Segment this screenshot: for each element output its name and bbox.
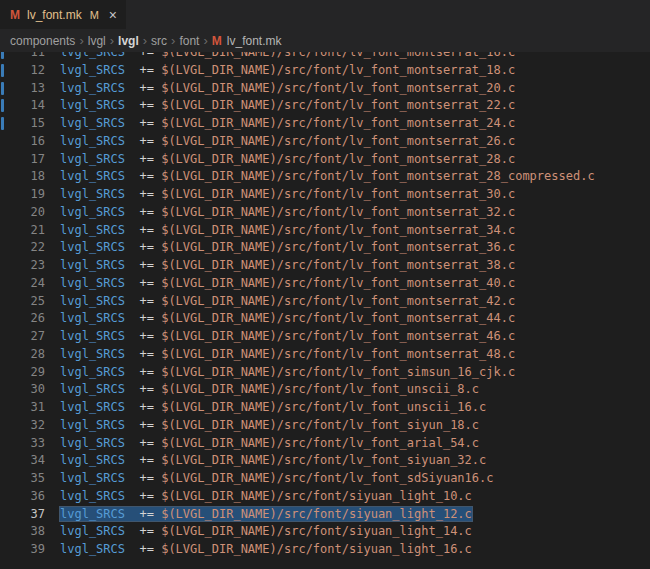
code-line-14[interactable]: 14lvgl_SRCS += $(LVGL_DIR_NAME)/src/font…: [0, 97, 650, 115]
line-number[interactable]: 32: [0, 417, 45, 435]
code-text: lvgl_SRCS += $(LVGL_DIR_NAME)/src/font/l…: [60, 186, 515, 204]
editor-tab-bar: M lv_font.mk M ×: [0, 0, 650, 29]
line-number[interactable]: 22: [0, 239, 45, 257]
tab-title: lv_font.mk: [27, 8, 82, 22]
line-number[interactable]: 19: [0, 186, 45, 204]
line-number[interactable]: 29: [0, 364, 45, 382]
line-number[interactable]: 30: [0, 381, 45, 399]
code-text: lvgl_SRCS += $(LVGL_DIR_NAME)/src/font/l…: [60, 133, 515, 151]
breadcrumb-item-lvgl-2[interactable]: lvgl: [118, 34, 139, 48]
line-number[interactable]: 11: [0, 52, 45, 62]
line-number[interactable]: 14: [0, 97, 45, 115]
code-line-30[interactable]: 30lvgl_SRCS += $(LVGL_DIR_NAME)/src/font…: [0, 381, 650, 399]
line-number[interactable]: 15: [0, 115, 45, 133]
line-number[interactable]: 33: [0, 435, 45, 453]
tab-lv-font-mk[interactable]: M lv_font.mk M ×: [0, 0, 126, 29]
gutter-modified-indicator: [1, 64, 4, 77]
editor[interactable]: 11lvgl_SRCS += $(LVGL_DIR_NAME)/src/font…: [0, 52, 650, 569]
code-text: lvgl_SRCS += $(LVGL_DIR_NAME)/src/font/l…: [60, 381, 479, 399]
line-number[interactable]: 36: [0, 488, 45, 506]
code-text: lvgl_SRCS += $(LVGL_DIR_NAME)/src/font/l…: [60, 435, 479, 453]
vscode-window: M lv_font.mk M × components › lvgl › lvg…: [0, 0, 650, 569]
code-text: lvgl_SRCS += $(LVGL_DIR_NAME)/src/font/l…: [60, 204, 515, 222]
code-text: lvgl_SRCS += $(LVGL_DIR_NAME)/src/font/l…: [60, 364, 515, 382]
chevron-right-icon: ›: [110, 33, 114, 48]
line-number[interactable]: 38: [0, 523, 45, 541]
breadcrumb-item-components[interactable]: components: [10, 34, 75, 48]
line-number[interactable]: 27: [0, 328, 45, 346]
code-line-22[interactable]: 22lvgl_SRCS += $(LVGL_DIR_NAME)/src/font…: [0, 239, 650, 257]
close-icon[interactable]: ×: [109, 8, 117, 22]
line-number[interactable]: 21: [0, 222, 45, 240]
makefile-icon: M: [10, 9, 20, 21]
line-number[interactable]: 39: [0, 541, 45, 559]
code-line-20[interactable]: 20lvgl_SRCS += $(LVGL_DIR_NAME)/src/font…: [0, 204, 650, 222]
code-line-15[interactable]: 15lvgl_SRCS += $(LVGL_DIR_NAME)/src/font…: [0, 115, 650, 133]
makefile-icon: M: [212, 35, 222, 47]
line-number[interactable]: 37: [0, 506, 45, 524]
code-line-12[interactable]: 12lvgl_SRCS += $(LVGL_DIR_NAME)/src/font…: [0, 62, 650, 80]
breadcrumb-item-file[interactable]: M lv_font.mk: [212, 34, 282, 48]
line-number[interactable]: 26: [0, 310, 45, 328]
code-text: lvgl_SRCS += $(LVGL_DIR_NAME)/src/font/l…: [60, 452, 486, 470]
gutter-modified-indicator: [1, 82, 4, 95]
line-number[interactable]: 34: [0, 452, 45, 470]
code-text: lvgl_SRCS += $(LVGL_DIR_NAME)/src/font/l…: [60, 168, 595, 186]
code-text: lvgl_SRCS += $(LVGL_DIR_NAME)/src/font/s…: [60, 488, 472, 506]
code-line-38[interactable]: 38lvgl_SRCS += $(LVGL_DIR_NAME)/src/font…: [0, 523, 650, 541]
code-line-29[interactable]: 29lvgl_SRCS += $(LVGL_DIR_NAME)/src/font…: [0, 364, 650, 382]
breadcrumb-file-label: lv_font.mk: [227, 34, 282, 48]
code-line-26[interactable]: 26lvgl_SRCS += $(LVGL_DIR_NAME)/src/font…: [0, 310, 650, 328]
code-text: lvgl_SRCS += $(LVGL_DIR_NAME)/src/font/l…: [60, 239, 515, 257]
line-number[interactable]: 13: [0, 80, 45, 98]
breadcrumb-item-lvgl[interactable]: lvgl: [88, 34, 106, 48]
code-text: lvgl_SRCS += $(LVGL_DIR_NAME)/src/font/l…: [60, 275, 515, 293]
gutter-modified-indicator: [1, 117, 4, 130]
code-line-34[interactable]: 34lvgl_SRCS += $(LVGL_DIR_NAME)/src/font…: [0, 452, 650, 470]
code-line-25[interactable]: 25lvgl_SRCS += $(LVGL_DIR_NAME)/src/font…: [0, 293, 650, 311]
code-line-23[interactable]: 23lvgl_SRCS += $(LVGL_DIR_NAME)/src/font…: [0, 257, 650, 275]
code-line-31[interactable]: 31lvgl_SRCS += $(LVGL_DIR_NAME)/src/font…: [0, 399, 650, 417]
code-line-18[interactable]: 18lvgl_SRCS += $(LVGL_DIR_NAME)/src/font…: [0, 168, 650, 186]
chevron-right-icon: ›: [79, 33, 83, 48]
line-number[interactable]: 24: [0, 275, 45, 293]
line-number[interactable]: 17: [0, 151, 45, 169]
code-text: lvgl_SRCS += $(LVGL_DIR_NAME)/src/font/l…: [60, 310, 515, 328]
line-number[interactable]: 18: [0, 168, 45, 186]
code-text: lvgl_SRCS += $(LVGL_DIR_NAME)/src/font/l…: [60, 80, 515, 98]
code-line-13[interactable]: 13lvgl_SRCS += $(LVGL_DIR_NAME)/src/font…: [0, 80, 650, 98]
code-line-28[interactable]: 28lvgl_SRCS += $(LVGL_DIR_NAME)/src/font…: [0, 346, 650, 364]
code-line-33[interactable]: 33lvgl_SRCS += $(LVGL_DIR_NAME)/src/font…: [0, 435, 650, 453]
code-line-11[interactable]: 11lvgl_SRCS += $(LVGL_DIR_NAME)/src/font…: [0, 52, 650, 62]
code-line-39[interactable]: 39lvgl_SRCS += $(LVGL_DIR_NAME)/src/font…: [0, 541, 650, 559]
line-number[interactable]: 23: [0, 257, 45, 275]
code-line-17[interactable]: 17lvgl_SRCS += $(LVGL_DIR_NAME)/src/font…: [0, 151, 650, 169]
line-number[interactable]: 12: [0, 62, 45, 80]
code-line-16[interactable]: 16lvgl_SRCS += $(LVGL_DIR_NAME)/src/font…: [0, 133, 650, 151]
code-line-32[interactable]: 32lvgl_SRCS += $(LVGL_DIR_NAME)/src/font…: [0, 417, 650, 435]
code-line-24[interactable]: 24lvgl_SRCS += $(LVGL_DIR_NAME)/src/font…: [0, 275, 650, 293]
code-text: lvgl_SRCS += $(LVGL_DIR_NAME)/src/font/l…: [60, 52, 515, 62]
line-number[interactable]: 28: [0, 346, 45, 364]
code-line-36[interactable]: 36lvgl_SRCS += $(LVGL_DIR_NAME)/src/font…: [0, 488, 650, 506]
breadcrumb-item-src[interactable]: src: [151, 34, 167, 48]
chevron-right-icon: ›: [203, 33, 207, 48]
breadcrumb: components › lvgl › lvgl › src › font › …: [0, 29, 650, 52]
breadcrumb-item-font[interactable]: font: [179, 34, 199, 48]
code-line-35[interactable]: 35lvgl_SRCS += $(LVGL_DIR_NAME)/src/font…: [0, 470, 650, 488]
line-number[interactable]: 25: [0, 293, 45, 311]
line-number[interactable]: 31: [0, 399, 45, 417]
code-text: lvgl_SRCS += $(LVGL_DIR_NAME)/src/font/s…: [60, 506, 472, 524]
code-text: lvgl_SRCS += $(LVGL_DIR_NAME)/src/font/s…: [60, 541, 472, 559]
line-number[interactable]: 35: [0, 470, 45, 488]
code-line-37[interactable]: 37lvgl_SRCS += $(LVGL_DIR_NAME)/src/font…: [0, 506, 650, 524]
code-line-27[interactable]: 27lvgl_SRCS += $(LVGL_DIR_NAME)/src/font…: [0, 328, 650, 346]
code-text: lvgl_SRCS += $(LVGL_DIR_NAME)/src/font/l…: [60, 399, 486, 417]
code-line-21[interactable]: 21lvgl_SRCS += $(LVGL_DIR_NAME)/src/font…: [0, 222, 650, 240]
chevron-right-icon: ›: [143, 33, 147, 48]
code-line-19[interactable]: 19lvgl_SRCS += $(LVGL_DIR_NAME)/src/font…: [0, 186, 650, 204]
line-number[interactable]: 20: [0, 204, 45, 222]
line-number[interactable]: 16: [0, 133, 45, 151]
gutter-modified-indicator: [1, 99, 4, 112]
code-text: lvgl_SRCS += $(LVGL_DIR_NAME)/src/font/s…: [60, 523, 472, 541]
